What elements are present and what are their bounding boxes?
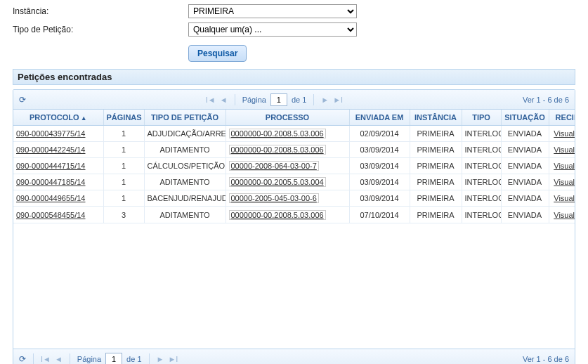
- tipo-peticao-cell: BACENJUD/RENAJUD: [144, 190, 226, 207]
- paginas-cell: 1: [103, 174, 144, 190]
- recibo-link[interactable]: Visualizar: [554, 129, 575, 138]
- recibo-link[interactable]: Visualizar: [554, 194, 575, 202]
- processo-link[interactable]: 0000000-00.2008.5.03.006: [229, 129, 326, 138]
- last-page-button[interactable]: ►I: [168, 355, 178, 363]
- instancia-cell: PRIMEIRA: [410, 158, 462, 174]
- tipo-cell: INTERLOCUTÓRIA: [462, 158, 501, 174]
- paginas-cell: 1: [103, 142, 144, 158]
- tipo-peticao-select[interactable]: Qualquer um(a) ...: [188, 22, 357, 37]
- enviada-cell: 03/09/2014: [349, 158, 410, 174]
- col-tipo-peticao[interactable]: TIPO DE PETIÇÃO: [144, 110, 226, 126]
- recibo-link[interactable]: Visualizar: [554, 145, 575, 154]
- sort-asc-icon: ▲: [81, 115, 87, 122]
- enviada-cell: 03/09/2014: [349, 190, 410, 207]
- paginas-cell: 1: [103, 190, 144, 207]
- tipo-cell: INTERLOCUTÓRIA: [462, 207, 501, 223]
- processo-link[interactable]: 00000-2008-064-03-00-7: [229, 161, 319, 171]
- processo-link[interactable]: 00000-2005-045-03-00-6: [229, 193, 319, 203]
- protocolo-link[interactable]: 090-0000442245/14: [16, 145, 85, 154]
- paginas-cell: 3: [103, 207, 144, 223]
- panel-title: Petições encontradas: [13, 69, 575, 85]
- paginas-cell: 1: [103, 158, 144, 174]
- tipo-peticao-cell: ADITAMENTO: [144, 142, 226, 158]
- reload-icon[interactable]: ⟳: [19, 354, 26, 364]
- tipo-peticao-cell: ADJUDICAÇÃO/ARREMATAÇÃO: [144, 126, 226, 142]
- instancia-cell: PRIMEIRA: [410, 190, 462, 207]
- instancia-cell: PRIMEIRA: [410, 174, 462, 190]
- col-recibo[interactable]: RECIBO: [549, 110, 575, 126]
- prev-page-button[interactable]: ◄: [220, 96, 228, 104]
- pager-bottom: ⟳ I◄ ◄ Página de 1 ► ►I Ver 1 - 6 de 6: [13, 349, 575, 364]
- col-paginas[interactable]: PÁGINAS: [103, 110, 144, 126]
- col-situacao[interactable]: SITUAÇÃO: [501, 110, 549, 126]
- instancia-cell: PRIMEIRA: [410, 207, 462, 223]
- search-button[interactable]: Pesquisar: [188, 45, 247, 62]
- instancia-cell: PRIMEIRA: [410, 126, 462, 142]
- protocolo-link[interactable]: 090-0000548455/14: [16, 211, 85, 219]
- results-table: PROTOCOLO▲ PÁGINAS TIPO DE PETIÇÃO PROCE…: [13, 110, 575, 223]
- last-page-button[interactable]: ►I: [333, 96, 343, 104]
- tipo-cell: INTERLOCUTÓRIA: [462, 190, 501, 207]
- tipo-cell: INTERLOCUTÓRIA: [462, 174, 501, 190]
- protocolo-link[interactable]: 090-0000449655/14: [16, 194, 85, 202]
- table-row: 090-0000548455/143ADITAMENTO0000000-00.2…: [13, 207, 575, 223]
- page-input[interactable]: [270, 93, 287, 106]
- table-row: 090-0000442245/141ADITAMENTO0000000-00.2…: [13, 142, 575, 158]
- recibo-link[interactable]: Visualizar: [554, 211, 575, 219]
- situacao-cell: ENVIADA: [501, 190, 549, 207]
- enviada-cell: 03/09/2014: [349, 174, 410, 190]
- page-input[interactable]: [105, 353, 122, 365]
- view-range-bottom: Ver 1 - 6 de 6: [523, 355, 569, 363]
- processo-link[interactable]: 0000000-00.2005.5.03.004: [229, 177, 326, 187]
- table-row: 090-0000444715/141CÁLCULOS/PETIÇÃO00000-…: [13, 158, 575, 174]
- situacao-cell: ENVIADA: [501, 207, 549, 223]
- instancia-label: Instância:: [13, 6, 188, 16]
- results-grid: ⟳ I◄ ◄ Página de 1 ► ►I Ver 1 - 6 de 6 P…: [13, 89, 575, 364]
- first-page-button[interactable]: I◄: [206, 96, 216, 104]
- instancia-select[interactable]: PRIMEIRA: [188, 4, 357, 18]
- paginas-cell: 1: [103, 126, 144, 142]
- page-of: de 1: [126, 355, 141, 363]
- tipo-peticao-label: Tipo de Petição:: [13, 25, 188, 34]
- situacao-cell: ENVIADA: [501, 126, 549, 142]
- next-page-button[interactable]: ►: [157, 355, 164, 363]
- enviada-cell: 07/10/2014: [349, 207, 410, 223]
- protocolo-link[interactable]: 090-0000439775/14: [16, 129, 85, 138]
- first-page-button[interactable]: I◄: [41, 355, 51, 363]
- tipo-cell: INTERLOCUTÓRIA: [462, 126, 501, 142]
- next-page-button[interactable]: ►: [321, 96, 329, 104]
- recibo-link[interactable]: Visualizar: [554, 162, 575, 170]
- processo-link[interactable]: 0000000-00.2008.5.03.006: [229, 210, 326, 220]
- reload-icon[interactable]: ⟳: [19, 95, 26, 105]
- table-row: 090-0000447185/141ADITAMENTO0000000-00.2…: [13, 174, 575, 190]
- tipo-peticao-cell: ADITAMENTO: [144, 174, 226, 190]
- situacao-cell: ENVIADA: [501, 142, 549, 158]
- col-tipo[interactable]: TIPO: [462, 110, 501, 126]
- view-range-top: Ver 1 - 6 de 6: [523, 96, 569, 104]
- situacao-cell: ENVIADA: [501, 158, 549, 174]
- prev-page-button[interactable]: ◄: [55, 355, 63, 363]
- enviada-cell: 03/09/2014: [349, 142, 410, 158]
- processo-link[interactable]: 0000000-00.2008.5.03.006: [229, 145, 326, 155]
- table-row: 090-0000449655/141BACENJUD/RENAJUD00000-…: [13, 190, 575, 207]
- protocolo-link[interactable]: 090-0000447185/14: [16, 178, 85, 186]
- table-row: 090-0000439775/141ADJUDICAÇÃO/ARREMATAÇÃ…: [13, 126, 575, 142]
- page-word: Página: [77, 355, 101, 363]
- col-enviada-em[interactable]: ENVIADA EM: [349, 110, 410, 126]
- col-instancia[interactable]: INSTÂNCIA: [410, 110, 462, 126]
- protocolo-link[interactable]: 090-0000444715/14: [16, 162, 85, 170]
- col-processo[interactable]: PROCESSO: [226, 110, 349, 126]
- instancia-cell: PRIMEIRA: [410, 142, 462, 158]
- recibo-link[interactable]: Visualizar: [554, 178, 575, 186]
- tipo-peticao-cell: ADITAMENTO: [144, 207, 226, 223]
- tipo-cell: INTERLOCUTÓRIA: [462, 142, 501, 158]
- col-protocolo[interactable]: PROTOCOLO▲: [13, 110, 103, 126]
- page-of: de 1: [292, 96, 306, 104]
- pager-top: ⟳ I◄ ◄ Página de 1 ► ►I Ver 1 - 6 de 6: [13, 90, 575, 110]
- tipo-peticao-cell: CÁLCULOS/PETIÇÃO: [144, 158, 226, 174]
- page-word: Página: [242, 96, 266, 104]
- situacao-cell: ENVIADA: [501, 174, 549, 190]
- enviada-cell: 02/09/2014: [349, 126, 410, 142]
